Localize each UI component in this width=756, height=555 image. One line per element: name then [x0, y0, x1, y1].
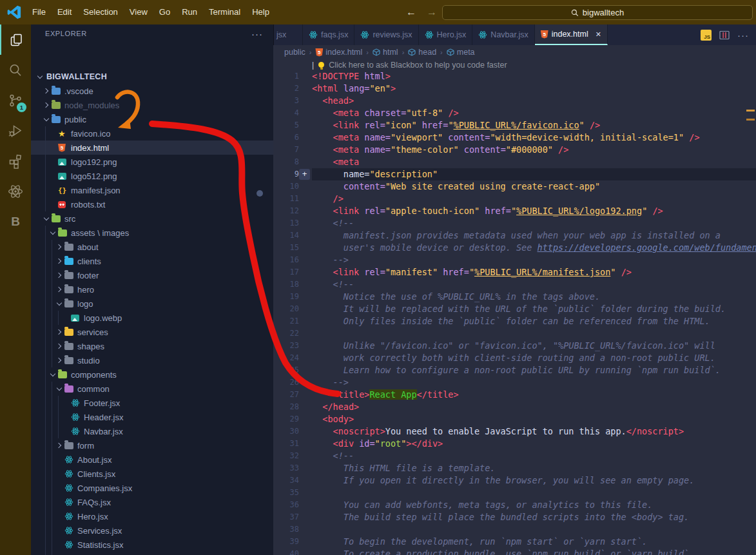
close-icon[interactable]: ✕ — [596, 30, 601, 39]
explorer-item--vscode[interactable]: .vscode — [31, 84, 273, 98]
explorer-item-public[interactable]: public — [31, 112, 273, 126]
explorer-item-favicon-ico[interactable]: ★favicon.ico — [31, 126, 273, 141]
code-line-29[interactable]: 29 <body> — [273, 413, 756, 425]
code-line-38[interactable]: 38 — [273, 523, 756, 536]
blackbox-hint[interactable]: | Click here to ask Blackbox to help you… — [273, 59, 756, 70]
explorer-item-logo512-png[interactable]: logo512.png — [31, 169, 273, 183]
breadcrumb-item-html[interactable]: html — [373, 48, 398, 57]
activity-explorer-button[interactable] — [0, 24, 32, 55]
menu-file[interactable]: File — [26, 0, 52, 24]
explorer-item-about-jsx[interactable]: About.jsx — [31, 453, 273, 467]
breadcrumb-item-head[interactable]: head — [408, 48, 436, 57]
code-line-40[interactable]: 40 To create a production bundle, use `n… — [273, 548, 756, 555]
code-line-12[interactable]: 12 <link rel="apple-touch-icon" href="%P… — [273, 205, 756, 217]
code-line-10[interactable]: 10 content="Web site created using creat… — [273, 180, 756, 193]
code-line-31[interactable]: 31 <div id="root"></div> — [273, 438, 756, 450]
menu-view[interactable]: View — [124, 0, 153, 24]
code-line-9[interactable]: 9+ name="description" — [273, 168, 756, 180]
activity-search-button[interactable] — [0, 55, 31, 85]
command-search-box[interactable]: bigwalltech — [442, 5, 753, 20]
explorer-item-manifest-json[interactable]: {}manifest.json — [31, 183, 273, 197]
code-line-35[interactable]: 35 — [273, 487, 756, 499]
breadcrumb-item-index-html[interactable]: 5index.html — [315, 48, 362, 57]
code-line-1[interactable]: 1<!DOCTYPE html> — [273, 70, 756, 83]
activity-blackbox-button[interactable]: B — [0, 206, 31, 237]
explorer-item-bigwalltech[interactable]: BIGWALLTECH — [31, 70, 273, 84]
explorer-item-robots-txt[interactable]: robots.txt — [31, 197, 273, 211]
explorer-item-studio-jsx[interactable]: Studio.jsx — [31, 552, 273, 555]
explorer-more-actions-button[interactable]: ··· — [251, 28, 263, 39]
code-line-37[interactable]: 37 The build step will place the bundled… — [273, 511, 756, 523]
activity-react-extension-button[interactable] — [0, 176, 31, 206]
code-line-33[interactable]: 33 This HTML file is a template. — [273, 462, 756, 474]
explorer-item-about[interactable]: about — [31, 240, 273, 254]
tab-navbar-jsx[interactable]: Navbar.jsx — [472, 24, 534, 45]
explorer-item-footer[interactable]: footer — [31, 268, 273, 282]
explorer-item-index-html[interactable]: 5index.html — [31, 141, 273, 155]
explorer-item-faqs-jsx[interactable]: FAQs.jsx — [31, 495, 273, 509]
explorer-item-services-jsx[interactable]: Services.jsx — [31, 523, 273, 538]
code-line-5[interactable]: 5 <link rel="icon" href="%PUBLIC_URL%/fa… — [273, 119, 756, 131]
explorer-item-common[interactable]: common — [31, 382, 273, 396]
nav-forward-button[interactable]: → — [427, 6, 437, 18]
breadcrumb-item-meta[interactable]: meta — [447, 48, 475, 57]
code-line-13[interactable]: 13 <!-- — [273, 217, 756, 229]
explorer-item-node-modules[interactable]: node_modules — [31, 98, 273, 112]
code-line-36[interactable]: 36 You can add webfonts, meta tags, or a… — [273, 499, 756, 511]
tab-index-html[interactable]: 5index.html✕ — [535, 24, 608, 45]
code-line-25[interactable]: 25 Learn how to configure a non-root pub… — [273, 364, 756, 376]
code-line-22[interactable]: 22 — [273, 327, 756, 340]
tab-faqs-jsx[interactable]: faqs.jsx — [303, 24, 354, 45]
code-line-32[interactable]: 32 <!-- — [273, 450, 756, 462]
menu-help[interactable]: Help — [246, 0, 275, 24]
menu-selection[interactable]: Selection — [77, 0, 123, 24]
menu-run[interactable]: Run — [176, 0, 203, 24]
explorer-item-footer-jsx[interactable]: Footer.jsx — [31, 396, 273, 410]
explorer-item-hero-jsx[interactable]: Hero.jsx — [31, 509, 273, 523]
explorer-item-navbar-jsx[interactable]: Navbar.jsx — [31, 424, 273, 438]
more-actions-icon[interactable]: ··· — [737, 30, 749, 41]
explorer-item-companies-jsx[interactable]: Companies.jsx — [31, 481, 273, 495]
code-line-11[interactable]: 11 /> — [273, 193, 756, 205]
explorer-item-clients-jsx[interactable]: Clients.jsx — [31, 467, 273, 481]
blackbox-add-button[interactable]: + — [299, 169, 310, 180]
code-line-7[interactable]: 7 <meta name="theme-color" content="#000… — [273, 144, 756, 156]
code-line-24[interactable]: 24 work correctly both with client-side … — [273, 352, 756, 364]
tab-jsx[interactable]: jsx — [274, 24, 303, 45]
tab-reviews-jsx[interactable]: reviews.jsx — [354, 24, 418, 45]
code-line-20[interactable]: 20 It will be replaced with the URL of t… — [273, 303, 756, 315]
code-line-14[interactable]: 14 manifest.json provides metadata used … — [273, 229, 756, 242]
explorer-item-clients[interactable]: clients — [31, 254, 273, 268]
code-line-19[interactable]: 19 Notice the use of %PUBLIC_URL% in the… — [273, 291, 756, 303]
menu-terminal[interactable]: Terminal — [203, 0, 246, 24]
code-line-16[interactable]: 16 --> — [273, 254, 756, 266]
code-line-8[interactable]: 8 <meta — [273, 156, 756, 168]
code-line-30[interactable]: 30 <noscript>You need to enable JavaScri… — [273, 425, 756, 438]
explorer-item-src[interactable]: src — [31, 211, 273, 226]
explorer-item-assets-images[interactable]: assets \ images — [31, 226, 273, 240]
code-line-39[interactable]: 39 To begin the development, run `npm st… — [273, 536, 756, 548]
explorer-item-form[interactable]: form — [31, 438, 273, 453]
tab-hero-jsx[interactable]: Hero.jsx — [419, 24, 473, 45]
split-editor-icon[interactable] — [719, 30, 730, 40]
activity-run-debug-button[interactable] — [0, 115, 31, 146]
code-line-3[interactable]: 3 <head> — [273, 95, 756, 107]
code-line-18[interactable]: 18 <!-- — [273, 278, 756, 291]
explorer-item-statistics-jsx[interactable]: Statistics.jsx — [31, 538, 273, 552]
breadcrumb-item-public[interactable]: public — [284, 48, 305, 57]
code-line-28[interactable]: 28 </head> — [273, 401, 756, 413]
explorer-item-services[interactable]: services — [31, 325, 273, 339]
activity-source-control-button[interactable]: 1 — [0, 85, 31, 115]
explorer-item-header-jsx[interactable]: Header.jsx — [31, 410, 273, 424]
run-js-icon[interactable]: JS — [701, 30, 712, 41]
explorer-item-studio[interactable]: studio — [31, 353, 273, 367]
code-line-27[interactable]: 27 <title>React App</title> — [273, 389, 756, 401]
code-line-26[interactable]: 26 --> — [273, 376, 756, 389]
explorer-item-components[interactable]: components — [31, 367, 273, 382]
menu-edit[interactable]: Edit — [52, 0, 77, 24]
activity-extensions-button[interactable] — [0, 146, 31, 176]
explorer-item-logo[interactable]: logo — [31, 297, 273, 311]
code-line-23[interactable]: 23 Unlike "/favicon.ico" or "favicon.ico… — [273, 340, 756, 352]
code-line-15[interactable]: 15 user's mobile device or desktop. See … — [273, 242, 756, 254]
explorer-item-logo192-png[interactable]: logo192.png — [31, 155, 273, 169]
